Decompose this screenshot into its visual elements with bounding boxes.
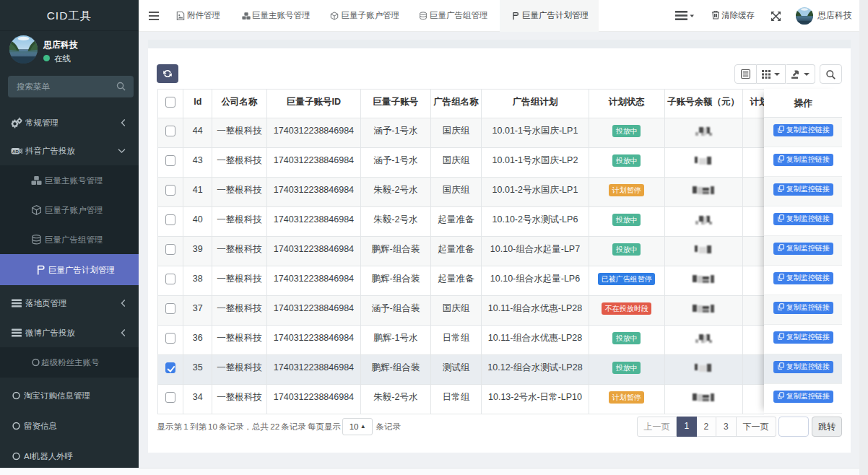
svg-text:AD: AD: [12, 149, 19, 153]
